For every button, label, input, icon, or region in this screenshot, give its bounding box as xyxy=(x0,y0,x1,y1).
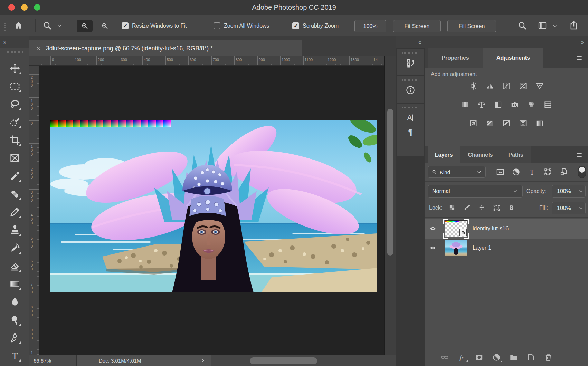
fill-screen-button[interactable]: Fill Screen xyxy=(447,20,496,32)
new-layer-icon[interactable] xyxy=(527,353,535,362)
type-tool[interactable]: T xyxy=(9,350,21,362)
workspace-icon[interactable] xyxy=(537,20,548,31)
status-doc-size[interactable]: Doc: 3.01M/4.01M xyxy=(77,355,211,366)
spot-healing-tool[interactable] xyxy=(9,188,21,200)
search-icon[interactable] xyxy=(517,20,528,31)
toolbar-grip[interactable] xyxy=(7,51,23,53)
checkbox-box[interactable] xyxy=(292,22,299,29)
dodge-tool[interactable] xyxy=(9,314,21,326)
canvas[interactable] xyxy=(39,66,384,355)
invert-adjustment-icon[interactable] xyxy=(468,119,478,128)
lock-all-icon[interactable] xyxy=(508,204,515,211)
tab-channels[interactable]: Channels xyxy=(460,146,501,163)
horizontal-scrollbar-thumb[interactable] xyxy=(250,357,317,364)
black-white-adjustment-icon[interactable] xyxy=(493,100,503,109)
lock-position-icon[interactable] xyxy=(478,204,485,211)
vertical-scrollbar[interactable] xyxy=(384,56,396,355)
layer-name[interactable]: identity-lut-s16 xyxy=(473,225,509,232)
filter-smart-icon[interactable] xyxy=(559,167,568,176)
clone-stamp-tool[interactable] xyxy=(9,224,21,236)
dock-grip[interactable] xyxy=(402,107,418,108)
layer-visibility-toggle[interactable] xyxy=(425,225,441,232)
tab-adjustments[interactable]: Adjustments xyxy=(483,48,543,68)
fx-icon[interactable]: fx xyxy=(457,353,466,362)
move-tool[interactable] xyxy=(9,62,21,74)
frame-tool[interactable] xyxy=(9,152,21,164)
dock-grip[interactable] xyxy=(402,79,418,81)
checkbox-resize-windows-to-fit[interactable]: Resize Windows to Fit xyxy=(122,22,187,30)
hue-saturation-adjustment-icon[interactable] xyxy=(460,100,470,109)
close-tab-icon[interactable] xyxy=(36,46,41,51)
layer-row-Layer 1[interactable]: Layer 1 xyxy=(425,239,588,257)
options-bar-grip[interactable] xyxy=(4,21,6,31)
checkbox-zoom-all-windows[interactable]: Zoom All Windows xyxy=(214,22,269,30)
layer-filter-toggle[interactable] xyxy=(578,166,586,178)
info-panel-icon[interactable] xyxy=(405,85,416,95)
lock-transparency-icon[interactable] xyxy=(448,204,456,211)
character-panel-icon[interactable]: A xyxy=(405,113,416,123)
panel-menu-icon[interactable] xyxy=(575,55,584,61)
layer-thumbnail[interactable] xyxy=(445,240,467,256)
filter-type-icon[interactable]: T xyxy=(528,167,537,176)
color-balance-adjustment-icon[interactable] xyxy=(477,100,486,109)
posterize-adjustment-icon[interactable] xyxy=(485,119,495,128)
layer-row-identity-lut-s16[interactable]: identity-lut-s16 xyxy=(425,219,588,239)
checkbox-box[interactable] xyxy=(214,22,220,29)
filter-adjustment-icon[interactable] xyxy=(512,167,521,176)
adjustment-icon[interactable] xyxy=(492,353,501,362)
quick-selection-tool[interactable] xyxy=(9,116,21,128)
zoom-out-button[interactable] xyxy=(97,20,113,32)
fill-input[interactable]: 100% xyxy=(552,202,586,214)
gradient-map-adjustment-icon[interactable] xyxy=(535,119,544,128)
share-icon[interactable] xyxy=(569,20,579,31)
crop-tool[interactable] xyxy=(9,134,21,146)
photo-filter-adjustment-icon[interactable] xyxy=(510,100,520,109)
status-expand-icon[interactable] xyxy=(200,358,206,363)
pen-tool[interactable] xyxy=(9,332,21,344)
mask-icon[interactable] xyxy=(475,353,484,362)
zoom-tool-icon[interactable] xyxy=(42,20,53,31)
lock-artboard-icon[interactable] xyxy=(493,204,500,211)
vibrance-adjustment-icon[interactable] xyxy=(535,81,544,90)
history-panel-icon[interactable] xyxy=(405,58,416,68)
document-tab[interactable]: 3dlut-screen-capture.png @ 66.7% (identi… xyxy=(29,40,302,56)
history-brush-tool[interactable] xyxy=(9,242,21,254)
filter-image-icon[interactable] xyxy=(496,167,505,176)
canvas-image[interactable] xyxy=(50,120,377,292)
checkbox-scrubby-zoom[interactable]: Scrubby Zoom xyxy=(292,22,339,30)
zoom-tool-flyout-chevron-icon[interactable] xyxy=(57,23,62,29)
channel-mixer-adjustment-icon[interactable] xyxy=(527,100,536,109)
panel-menu-icon[interactable] xyxy=(575,152,584,158)
layer-thumbnail[interactable] xyxy=(445,221,467,237)
workspace-chevron-icon[interactable] xyxy=(552,23,558,29)
checkbox-box[interactable] xyxy=(122,22,129,29)
exposure-adjustment-icon[interactable] xyxy=(518,81,528,90)
home-icon[interactable] xyxy=(13,20,23,31)
rectangular-marquee-tool[interactable] xyxy=(9,80,21,92)
panel-collapse-button[interactable]: » xyxy=(425,36,588,48)
curves-adjustment-icon[interactable] xyxy=(502,81,511,90)
blend-mode-dropdown[interactable]: Normal xyxy=(428,185,523,198)
fit-screen-button[interactable]: Fit Screen xyxy=(393,20,441,32)
brush-tool[interactable] xyxy=(9,206,21,218)
paragraph-panel-icon[interactable]: ¶ xyxy=(405,127,416,137)
blur-tool[interactable] xyxy=(9,296,21,308)
color-lookup-adjustment-icon[interactable] xyxy=(543,100,553,109)
dock-grip[interactable] xyxy=(402,52,418,54)
tab-paths[interactable]: Paths xyxy=(501,146,531,163)
folder-icon[interactable] xyxy=(509,353,518,362)
link-icon[interactable] xyxy=(440,353,449,362)
status-zoom-field[interactable]: 66.67% xyxy=(29,355,77,366)
filter-shape-icon[interactable] xyxy=(543,167,552,176)
threshold-adjustment-icon[interactable] xyxy=(502,119,511,128)
lock-pixels-icon[interactable] xyxy=(463,204,471,211)
trash-icon[interactable] xyxy=(544,353,553,362)
brightness-contrast-adjustment-icon[interactable] xyxy=(468,81,478,90)
layer-filter-kind-dropdown[interactable]: Kind xyxy=(428,166,486,178)
gradient-tool[interactable] xyxy=(9,278,21,290)
layer-visibility-toggle[interactable] xyxy=(425,245,441,251)
eraser-tool[interactable] xyxy=(9,260,21,272)
eyedropper-tool[interactable] xyxy=(9,170,21,182)
selective-color-adjustment-icon[interactable] xyxy=(518,119,528,128)
zoom-100-button[interactable]: 100% xyxy=(354,20,386,32)
